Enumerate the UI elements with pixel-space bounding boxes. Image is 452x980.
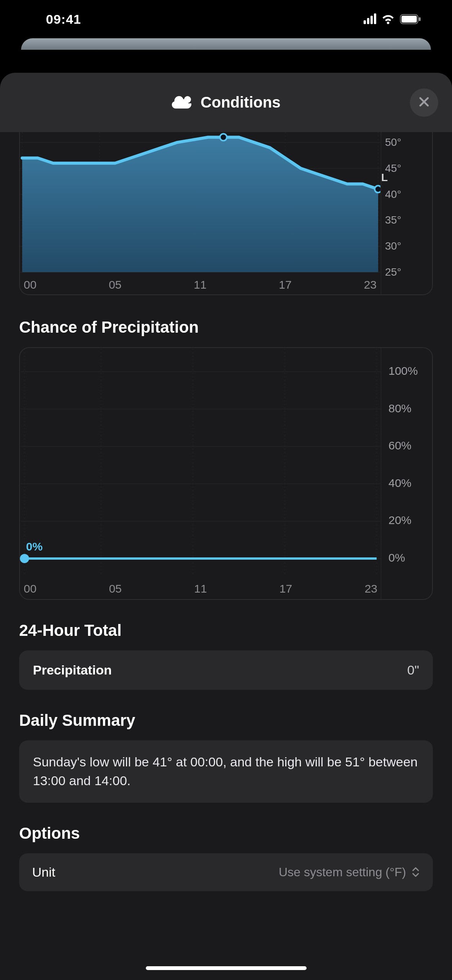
svg-rect-2 [419,17,421,21]
cellular-icon [364,14,376,24]
temp-y-tick: 30° [385,240,401,252]
close-icon [418,95,431,110]
temp-x-tick: 23 [364,278,377,291]
cloud-icon [171,94,193,111]
precip-x-tick: 17 [279,582,292,595]
total-section-title: 24-Hour Total [19,621,433,640]
precip-y-tick: 0% [388,551,405,564]
precip-y-tick: 60% [388,439,411,452]
total-row-label: Precipitation [33,663,112,678]
home-indicator[interactable] [146,966,307,970]
status-indicators [364,14,421,24]
precip-section-title: Chance of Precipitation [19,318,433,336]
precip-y-tick: 20% [388,514,411,527]
precip-y-tick: 100% [388,364,418,377]
svg-point-15 [220,134,227,141]
temp-x-tick: 11 [194,278,206,291]
precip-x-axis: 0005111723 [20,582,381,595]
unit-option-value: Use system setting (°F) [279,865,406,879]
precip-y-tick: 80% [388,402,411,415]
temp-x-tick: 17 [279,278,291,291]
background-sheet-peek [21,38,431,50]
temp-y-tick: 50° [385,136,401,149]
total-row-value: 0" [407,663,419,678]
conditions-sheet: Conditions [0,73,452,980]
precip-now-marker [20,554,29,563]
status-time: 09:41 [46,12,81,27]
temperature-chart[interactable]: L 50°45°40°35°30°25° 0005111723 [19,132,433,295]
sheet-title: Conditions [201,94,281,111]
close-button[interactable] [410,88,438,117]
total-card: Precipitation 0" [19,650,433,690]
temp-x-tick: 00 [24,278,36,291]
unit-option-label: Unit [32,865,55,880]
temp-y-tick: 25° [385,266,401,278]
status-bar: 09:41 [0,0,452,38]
svg-point-3 [184,96,191,103]
unit-option-row[interactable]: Unit Use system setting (°F) [19,853,433,891]
temp-y-tick: 35° [385,214,401,226]
precip-data-line [24,557,377,560]
precip-y-axis: 100%80%60%40%20%0% [383,348,425,572]
precip-x-tick: 23 [365,582,377,595]
sheet-header: Conditions [0,73,452,132]
svg-rect-1 [401,16,417,23]
temp-y-tick: 45° [385,162,401,175]
wifi-icon [382,14,395,24]
temp-y-tick: 40° [385,188,401,201]
summary-card: Sunday's low will be 41° at 00:00, and t… [19,740,433,803]
precip-y-tick: 40% [388,477,411,490]
precip-x-tick: 05 [109,582,122,595]
precipitation-chart[interactable]: 0% 100%80%60%40%20%0% 0005111723 [19,347,433,600]
summary-section-title: Daily Summary [19,711,433,730]
precip-now-label: 0% [26,540,42,553]
temperature-x-axis: 0005111723 [20,278,380,291]
options-section-title: Options [19,824,433,843]
temperature-y-axis: 50°45°40°35°30°25° [385,132,425,294]
battery-icon [400,14,421,24]
summary-text: Sunday's low will be 41° at 00:00, and t… [33,753,419,791]
svg-point-16 [375,186,380,193]
precip-x-tick: 11 [194,582,207,595]
precip-x-tick: 00 [24,582,36,595]
temp-x-tick: 05 [109,278,121,291]
chevron-up-down-icon [411,866,420,878]
